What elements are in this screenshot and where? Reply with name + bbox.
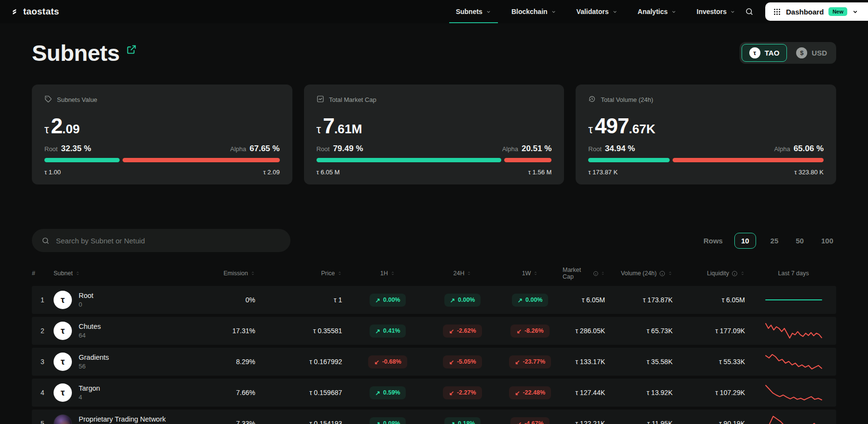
root-percent: 79.49 % <box>333 144 363 153</box>
sort-icon[interactable] <box>250 271 255 276</box>
liquidity-cell: τ 107.29K <box>678 389 751 396</box>
subnet-cell[interactable]: τ Targon 4 <box>54 383 208 402</box>
column-header-price[interactable]: Price <box>261 270 348 277</box>
volume-cell: τ 11.95K <box>611 420 678 424</box>
chevron-down-icon <box>730 9 735 14</box>
column-header-1h[interactable]: 1H <box>348 270 427 277</box>
subnet-netuid: 64 <box>79 332 101 339</box>
subnet-netuid: 4 <box>79 394 100 401</box>
stat-card-title: Total Volume (24h) <box>601 96 653 103</box>
sort-icon[interactable] <box>533 271 538 276</box>
trend-up-icon: ↗ <box>375 327 380 335</box>
alpha-percent: 65.06 % <box>794 144 824 153</box>
table-row[interactable]: 2 τ Chutes 64 17.31% τ 0.35581 ↗0.41% ↙-… <box>32 317 836 345</box>
nav-item-validators[interactable]: Validators <box>570 0 624 23</box>
column-header-subnet[interactable]: Subnet <box>54 270 208 277</box>
chevron-down-icon <box>551 9 556 14</box>
column-header-24h[interactable]: 24H <box>427 270 497 277</box>
root-alpha-ratio-bar <box>44 158 280 162</box>
usd-coin-icon: $ <box>796 47 807 58</box>
rows-option-50[interactable]: 50 <box>793 233 807 248</box>
taostats-logo[interactable]: taostats <box>12 6 59 17</box>
top-navigation-bar: taostats Subnets Blockchain Validators A… <box>0 0 868 23</box>
sort-icon[interactable] <box>390 271 395 276</box>
table-row[interactable]: 3 τ Gradients 56 8.29% τ 0.167992 ↙-0.68… <box>32 348 836 376</box>
alpha-label: Alpha <box>502 145 518 153</box>
rows-option-25[interactable]: 25 <box>768 233 782 248</box>
sort-icon[interactable] <box>668 271 673 276</box>
root-percent: 32.35 % <box>61 144 91 153</box>
rows-option-10[interactable]: 10 <box>734 233 756 249</box>
tao-symbol: τ <box>44 123 49 136</box>
column-header-1w[interactable]: 1W <box>497 270 563 277</box>
alpha-bar-segment <box>504 158 552 162</box>
nav-item-blockchain[interactable]: Blockchain <box>505 0 563 23</box>
stat-card-value: τ 7 .61M <box>317 114 552 138</box>
search-icon[interactable] <box>745 7 754 16</box>
change-1w-badge: ↙-22.48% <box>509 386 551 399</box>
column-header-volume-24h[interactable]: Volume (24h) <box>611 270 678 277</box>
dashboard-label: Dashboard <box>786 8 824 16</box>
change-1h-badge: ↗0.00% <box>370 294 406 307</box>
chart-icon <box>317 95 324 104</box>
nav-item-label: Validators <box>577 8 609 15</box>
nav-item-analytics[interactable]: Analytics <box>631 0 683 23</box>
nav-item-label: Analytics <box>638 8 668 15</box>
table-row[interactable]: 4 τ Targon 4 7.66% τ 0.159687 ↗0.59% ↙-2… <box>32 379 836 407</box>
info-icon[interactable] <box>731 270 738 277</box>
sort-icon[interactable] <box>467 271 471 276</box>
root-label: Root <box>44 145 57 153</box>
stat-card: Total Market Cap τ 7 .61M Root79.49 % Al… <box>304 85 565 184</box>
search-input[interactable] <box>56 237 281 245</box>
trend-up-icon: ↗ <box>518 297 523 304</box>
info-icon[interactable] <box>593 270 599 277</box>
table-header: # Subnet Emission Price 1H 24H 1W Market… <box>32 265 836 286</box>
table-row[interactable]: 1 τ Root 0 0% τ 1 ↗0.00% ↗0.00% ↗0.00% τ… <box>32 286 836 314</box>
sparkline-cell <box>751 290 836 310</box>
change-24h-badge: ↙-2.62% <box>443 325 482 338</box>
subnet-cell[interactable]: τ Chutes 64 <box>54 322 208 340</box>
nav-item-investors[interactable]: Investors <box>690 0 742 23</box>
price-cell: τ 0.159687 <box>261 389 348 396</box>
sparkline-chart <box>765 290 823 310</box>
alpha-amount: τ 2.09 <box>263 169 280 176</box>
subnet-cell[interactable]: τ Root 0 <box>54 291 208 309</box>
sparkline-cell <box>751 383 836 402</box>
sort-icon[interactable] <box>601 271 605 276</box>
root-amount: τ 173.87 K <box>588 169 618 176</box>
subnet-search[interactable] <box>32 229 290 252</box>
tao-symbol: τ <box>588 123 592 136</box>
subnet-netuid: 56 <box>79 363 109 370</box>
chevron-down-icon <box>671 9 676 14</box>
trend-up-icon: ↗ <box>450 420 455 424</box>
column-header-liquidity[interactable]: Liquidity <box>678 270 751 277</box>
history-icon <box>588 95 596 104</box>
volume-cell: τ 35.58K <box>611 358 678 366</box>
column-header-last-7-days: Last 7 days <box>751 270 836 277</box>
liquidity-cell: τ 177.09K <box>678 327 751 335</box>
emission-cell: 7.66% <box>208 389 261 396</box>
sort-icon[interactable] <box>75 271 80 276</box>
usd-toggle-option[interactable]: $ USD <box>789 44 834 62</box>
external-link-icon[interactable] <box>126 44 137 55</box>
sort-icon[interactable] <box>337 271 342 276</box>
subnet-cell[interactable]: Proprietary Trading Network 8 <box>54 414 208 424</box>
main-nav: Subnets Blockchain Validators Analytics … <box>449 0 742 23</box>
nav-item-subnets[interactable]: Subnets <box>449 0 498 23</box>
trend-down-icon: ↙ <box>515 389 520 396</box>
rows-option-100[interactable]: 100 <box>818 233 836 248</box>
price-cell: τ 0.167992 <box>261 358 348 366</box>
tao-toggle-option[interactable]: τ TAO <box>742 44 787 62</box>
column-header-emission[interactable]: Emission <box>208 270 261 277</box>
liquidity-cell: τ 90.19K <box>678 420 751 424</box>
market-cap-cell: τ 122.21K <box>563 420 611 424</box>
trend-down-icon: ↙ <box>449 389 454 396</box>
subnet-cell[interactable]: τ Gradients 56 <box>54 353 208 371</box>
table-row[interactable]: 5 Proprietary Trading Network 8 7.33% τ … <box>32 410 836 424</box>
alpha-percent: 67.65 % <box>249 144 279 153</box>
rank-cell: 1 <box>32 296 54 304</box>
dashboard-button[interactable]: Dashboard New <box>765 2 868 21</box>
column-header-market-cap[interactable]: Market Cap <box>563 267 611 280</box>
sort-icon[interactable] <box>740 271 745 276</box>
info-icon[interactable] <box>659 270 665 277</box>
